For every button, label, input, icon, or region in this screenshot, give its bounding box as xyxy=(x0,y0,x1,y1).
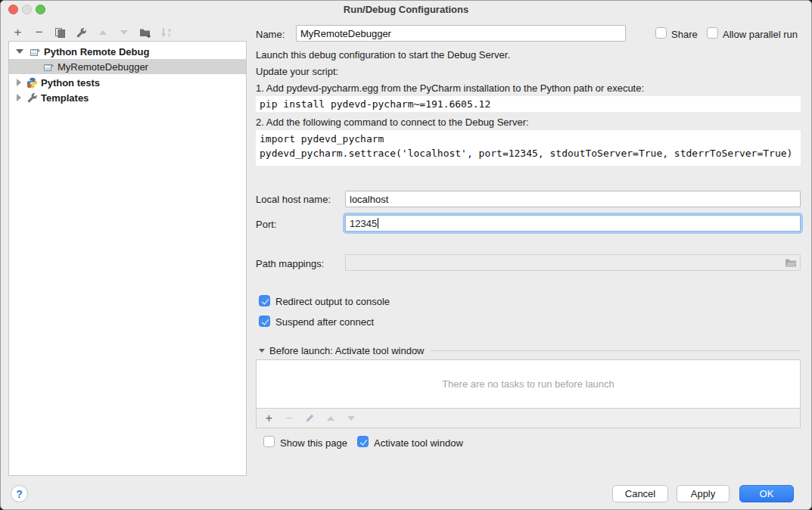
show-this-page-label: Show this page xyxy=(280,437,347,449)
step1-text: 1. Add pydevd-pycharm.egg from the PyCha… xyxy=(256,82,644,94)
copy-icon xyxy=(54,27,66,39)
move-up-button xyxy=(96,26,109,39)
tree-item-python-remote-debug[interactable]: Python Remote Debug xyxy=(9,44,246,59)
tree-item-label: Python Remote Debug xyxy=(44,46,149,58)
tree-item-myremotedebugger[interactable]: MyRemoteDebugger xyxy=(9,59,246,74)
collapse-arrow-icon[interactable] xyxy=(17,94,21,101)
remove-icon: − xyxy=(36,26,43,39)
local-host-input[interactable] xyxy=(345,191,801,207)
move-down-icon xyxy=(347,416,355,421)
collapse-arrow-icon[interactable] xyxy=(17,79,21,86)
tree-item-label: Templates xyxy=(41,92,89,104)
path-mappings-label: Path mappings: xyxy=(256,258,324,269)
remove-configuration-button[interactable]: − xyxy=(33,26,45,39)
intro-text: Launch this debug configuration to start… xyxy=(256,49,510,61)
move-up-icon xyxy=(327,416,334,421)
activate-tool-window-checkbox[interactable] xyxy=(357,436,369,447)
run-debug-configurations-dialog: Run/Debug Configurations + − xyxy=(0,0,812,510)
tree-item-python-tests[interactable]: Python tests xyxy=(9,75,246,90)
copy-configuration-button[interactable] xyxy=(54,26,67,39)
tree-item-templates[interactable]: Templates xyxy=(9,90,246,105)
add-icon: + xyxy=(14,26,22,39)
text-caret xyxy=(378,218,378,229)
edit-task-button xyxy=(303,412,316,425)
move-up-icon xyxy=(99,30,107,35)
apply-button[interactable]: Apply xyxy=(677,485,730,502)
before-launch-header[interactable]: Before launch: Activate tool window xyxy=(259,345,801,356)
remote-debug-config-icon xyxy=(43,61,54,73)
help-icon: ? xyxy=(16,488,23,500)
update-script-text: Update your script: xyxy=(256,66,338,77)
port-label: Port: xyxy=(256,219,276,230)
share-checkbox[interactable] xyxy=(655,27,667,39)
expand-arrow-icon[interactable] xyxy=(16,49,23,54)
python-tests-icon xyxy=(26,77,38,89)
move-down-icon xyxy=(120,30,128,35)
add-task-button[interactable]: + xyxy=(263,412,275,425)
section-divider xyxy=(431,350,801,351)
code-line: pydevd_pycharm.settrace('localhost', por… xyxy=(260,146,797,160)
ok-button[interactable]: OK xyxy=(739,485,794,502)
templates-wrench-icon xyxy=(26,92,38,104)
help-button[interactable]: ? xyxy=(11,485,28,502)
settrace-code[interactable]: import pydevd_pycharm pydevd_pycharm.set… xyxy=(256,130,801,166)
activate-tool-window-label: Activate tool window xyxy=(374,437,463,449)
show-this-page-checkbox[interactable] xyxy=(263,436,275,447)
move-down-button xyxy=(117,26,130,39)
remove-task-button: − xyxy=(283,412,296,425)
titlebar: Run/Debug Configurations xyxy=(1,1,811,17)
move-task-down-button xyxy=(344,412,357,425)
before-launch-label: Before launch: Activate tool window xyxy=(269,345,425,356)
tree-item-label: MyRemoteDebugger xyxy=(58,61,148,73)
new-folder-icon xyxy=(139,27,151,38)
configurations-toolbar: + − xyxy=(11,25,173,40)
sort-configurations-button: az xyxy=(160,26,173,39)
redirect-output-label: Redirect output to console xyxy=(275,296,390,307)
collapse-section-icon[interactable] xyxy=(259,349,265,353)
redirect-output-checkbox[interactable] xyxy=(259,295,270,306)
step2-text: 2. Add the following command to connect … xyxy=(256,117,529,128)
empty-tasks-text: There are no tasks to run before launch xyxy=(442,378,614,390)
suspend-after-connect-label: Suspend after connect xyxy=(275,316,374,328)
add-icon: + xyxy=(266,412,272,424)
tree-item-label: Python tests xyxy=(41,77,100,89)
allow-parallel-run-checkbox[interactable] xyxy=(707,27,718,39)
remove-icon: − xyxy=(286,412,293,424)
wrench-icon xyxy=(76,27,87,39)
task-list-toolbar: + − xyxy=(256,409,801,428)
browse-folder-icon[interactable] xyxy=(785,258,797,268)
cancel-button[interactable]: Cancel xyxy=(612,485,668,502)
suspend-after-connect-checkbox[interactable] xyxy=(259,316,270,327)
create-folder-button[interactable] xyxy=(138,26,151,39)
allow-parallel-run-label: Allow parallel run xyxy=(723,29,798,40)
pip-install-code[interactable]: pip install pydevd-pycharm~=191.6605.12 xyxy=(256,96,801,112)
before-launch-task-list[interactable]: There are no tasks to run before launch xyxy=(256,359,801,409)
local-host-label: Local host name: xyxy=(256,194,331,205)
code-line: import pydevd_pycharm xyxy=(260,132,797,146)
window-title: Run/Debug Configurations xyxy=(1,4,811,15)
move-task-up-button xyxy=(324,412,337,425)
share-label: Share xyxy=(671,29,698,40)
name-label: Name: xyxy=(256,29,285,40)
sort-icon: az xyxy=(161,28,171,37)
path-mappings-input[interactable] xyxy=(345,254,801,271)
remote-debug-config-icon xyxy=(30,46,41,58)
name-input[interactable] xyxy=(296,25,626,42)
edit-templates-button[interactable] xyxy=(75,26,88,39)
port-value: 12345 xyxy=(350,218,377,229)
pencil-icon xyxy=(305,413,315,423)
add-configuration-button[interactable]: + xyxy=(11,26,24,39)
configurations-tree: Python Remote Debug MyRemoteDebugger Pyt… xyxy=(8,41,247,476)
port-input[interactable]: 12345 xyxy=(345,215,801,232)
